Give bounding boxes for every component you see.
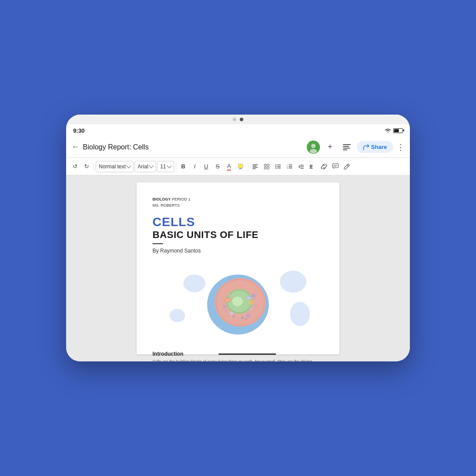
svg-point-46 (251, 294, 256, 298)
intro-text: Cells are the building blocks of every l… (152, 359, 324, 361)
svg-rect-29 (289, 167, 292, 168)
style-dropdown[interactable]: Normal text (96, 161, 134, 172)
share-button[interactable]: Share (357, 141, 393, 153)
text-color-label: A (227, 163, 231, 171)
align-button[interactable] (250, 160, 260, 173)
format-more-button[interactable] (261, 160, 272, 173)
svg-rect-23 (277, 167, 281, 168)
bullets-icon (275, 164, 281, 169)
svg-point-56 (245, 318, 247, 320)
blob-3 (290, 302, 310, 326)
introduction-section: Introduction Cells are the building bloc… (152, 351, 324, 361)
bold-button[interactable]: B (178, 160, 189, 173)
comment-tool-button[interactable] (330, 160, 341, 173)
nav-actions: + Share ⋮ (307, 141, 405, 154)
svg-point-57 (233, 316, 234, 317)
svg-point-51 (228, 294, 231, 297)
share-icon (363, 144, 369, 150)
comment-lines-icon (342, 144, 351, 151)
doc-title: Biology Report: Cells (83, 143, 303, 151)
doc-divider (152, 243, 163, 244)
italic-button[interactable]: I (190, 160, 200, 173)
doc-meta: BIOLOGY PERIOD 1 MS. ROBERTS (152, 197, 324, 208)
svg-rect-10 (253, 164, 258, 165)
svg-rect-27 (289, 164, 292, 165)
pen-icon (344, 164, 350, 170)
toolbar-sep-2 (176, 162, 176, 171)
add-button[interactable]: + (324, 141, 337, 154)
bullets-button[interactable] (273, 160, 283, 173)
more-button[interactable]: ⋮ (397, 142, 405, 152)
blob-4 (170, 309, 185, 322)
tablet: 9:30 ← Biology Report: Cells (66, 115, 410, 361)
svg-rect-4 (343, 144, 351, 145)
strikethrough-button[interactable]: S (212, 160, 223, 173)
svg-rect-5 (343, 146, 349, 147)
status-icons (384, 128, 403, 133)
back-button[interactable]: ← (71, 142, 79, 152)
avatar[interactable] (307, 141, 320, 154)
camera-dot-left (233, 118, 236, 121)
svg-rect-11 (253, 166, 257, 167)
comment-icon-button[interactable] (340, 141, 353, 154)
size-chevron-icon (167, 163, 171, 168)
toolbar-sep-1 (93, 162, 94, 171)
size-dropdown-label: 11 (160, 164, 166, 170)
font-dropdown[interactable]: Arial (134, 161, 156, 172)
svg-point-59 (225, 310, 227, 312)
svg-point-3 (307, 141, 320, 153)
size-dropdown[interactable]: 11 (157, 161, 174, 172)
svg-point-20 (275, 167, 276, 168)
svg-rect-34 (309, 166, 312, 167)
svg-rect-16 (264, 167, 266, 169)
format-grid-icon (264, 164, 269, 169)
svg-rect-6 (343, 148, 350, 149)
cell-illustration (152, 263, 324, 342)
link-button[interactable] (319, 160, 329, 173)
svg-rect-7 (343, 149, 347, 150)
svg-rect-12 (253, 167, 258, 168)
status-bar: 9:30 (66, 124, 410, 137)
avatar-image (307, 141, 320, 154)
svg-point-52 (249, 301, 253, 304)
toolbar-sep-3 (248, 162, 248, 171)
doc-page: BIOLOGY PERIOD 1 MS. ROBERTS CELLS BASIC… (137, 182, 339, 354)
svg-rect-9 (239, 168, 242, 169)
redo-button[interactable]: ↻ (81, 160, 92, 173)
doc-author: By Raymond Santos (152, 248, 324, 254)
highlight-button[interactable] (235, 160, 246, 173)
font-chevron-icon (149, 163, 154, 168)
svg-point-58 (255, 305, 257, 307)
indent-less-icon (298, 164, 304, 169)
introduction-heading: Introduction (152, 351, 183, 357)
indent-more-button[interactable] (307, 160, 318, 173)
svg-point-18 (275, 164, 276, 165)
svg-text:3.: 3. (286, 167, 288, 169)
meta-period: PERIOD 1 (171, 197, 191, 201)
indent-less-button[interactable] (296, 160, 306, 173)
pen-tool-button[interactable] (342, 160, 352, 173)
doc-cells-title: CELLS (152, 216, 324, 229)
doc-subtitle: BASIC UNITS OF LIFE (152, 229, 324, 241)
nav-bar: ← Biology Report: Cells + (66, 137, 410, 158)
numbered-button[interactable]: 1. 2. 3. (284, 160, 295, 173)
font-dropdown-label: Arial (138, 164, 148, 170)
toolbar: ↺ ↻ Normal text Arial 11 B I U S A (66, 158, 410, 175)
svg-point-47 (223, 305, 227, 309)
svg-rect-22 (277, 166, 281, 167)
svg-rect-33 (309, 165, 312, 166)
svg-rect-17 (267, 167, 269, 169)
svg-rect-21 (277, 164, 281, 165)
text-color-button[interactable]: A (224, 160, 234, 173)
meta-bold: BIOLOGY (152, 197, 171, 201)
cell-svg (201, 267, 275, 338)
highlight-icon (238, 164, 244, 170)
undo-button[interactable]: ↺ (70, 160, 80, 173)
add-comment-icon (332, 164, 338, 169)
underline-button[interactable]: U (201, 160, 212, 173)
svg-point-45 (232, 297, 243, 306)
tablet-top-bar (66, 115, 410, 124)
svg-line-39 (347, 165, 348, 166)
indent-more-icon (309, 164, 316, 169)
style-chevron-icon (126, 163, 131, 168)
